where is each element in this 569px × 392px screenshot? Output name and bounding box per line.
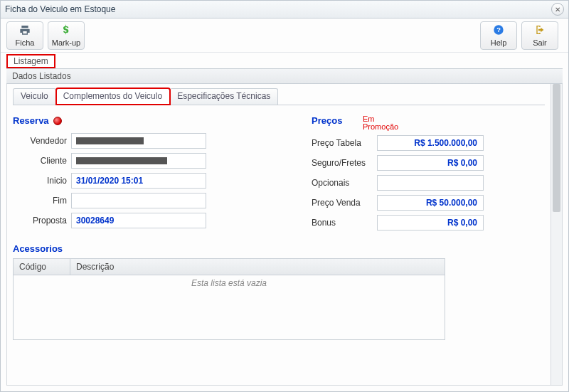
tab-especificacoes-label: Especificações Técnicas xyxy=(177,91,270,101)
value-proposta: 30028649 xyxy=(76,216,114,226)
exit-icon xyxy=(534,24,546,37)
tabstrip: Veiculo Complementos do Veiculo Especifi… xyxy=(13,88,545,105)
tab-veiculo[interactable]: Veiculo xyxy=(13,88,56,105)
help-button[interactable]: ? Help xyxy=(480,21,517,50)
help-icon: ? xyxy=(493,24,504,37)
row-vendedor: Vendedor xyxy=(13,133,290,149)
row-proposta: Proposta 30028649 xyxy=(13,213,290,228)
titlebar: Ficha do Veiculo em Estoque ✕ xyxy=(1,1,568,18)
acessorios-title: Acessorios xyxy=(13,243,545,254)
label-fim: Fim xyxy=(13,196,71,206)
dollar-icon xyxy=(60,24,72,37)
row-seguro: Seguro/Fretes R$ 0,00 xyxy=(312,155,545,171)
nav-row: Listagem xyxy=(1,53,568,68)
row-inicio: Inicio 31/01/2020 15:01 xyxy=(13,173,290,189)
vertical-scrollbar[interactable] xyxy=(551,84,562,385)
help-label: Help xyxy=(491,38,507,47)
input-inicio[interactable]: 31/01/2020 15:01 xyxy=(71,173,206,189)
value-bonus[interactable]: R$ 0,00 xyxy=(377,215,484,231)
tab-especificacoes[interactable]: Especificações Técnicas xyxy=(170,88,278,105)
label-preco-venda: Preço Venda xyxy=(312,198,377,208)
label-vendedor: Vendedor xyxy=(13,136,71,146)
acessorios-grid: Código Descrição Esta lista está vazia xyxy=(13,258,445,340)
close-icon: ✕ xyxy=(555,6,560,14)
svg-text:?: ? xyxy=(496,26,501,33)
input-cliente[interactable] xyxy=(71,153,206,169)
close-button[interactable]: ✕ xyxy=(551,3,564,16)
input-vendedor[interactable] xyxy=(71,133,206,149)
tab-veiculo-label: Veiculo xyxy=(21,91,48,101)
value-preco-venda[interactable]: R$ 50.000,00 xyxy=(377,195,484,211)
row-preco-tabela: Preço Tabela R$ 1.500.000,00 xyxy=(312,135,545,151)
precos-title-text: Preços xyxy=(312,115,342,126)
text-bonus: R$ 0,00 xyxy=(447,218,477,228)
label-cliente: Cliente xyxy=(13,156,71,166)
reserva-title-text: Reserva xyxy=(13,115,49,126)
label-opcionais: Opcionais xyxy=(312,178,377,188)
app-window: Ficha do Veiculo em Estoque ✕ Ficha Mark… xyxy=(0,0,569,392)
ficha-label: Ficha xyxy=(16,38,35,47)
section-dados-listados-label: Dados Listados xyxy=(12,71,71,81)
col-descricao[interactable]: Descrição xyxy=(70,259,445,275)
value-opcionais[interactable] xyxy=(377,175,484,191)
toolbar: Ficha Mark-up ? Help Sair xyxy=(1,18,568,53)
value-inicio: 31/01/2020 15:01 xyxy=(76,176,143,186)
tab-complementos-label: Complementos do Veiculo xyxy=(63,91,162,101)
markup-label: Mark-up xyxy=(52,38,80,47)
label-proposta: Proposta xyxy=(13,216,71,226)
text-preco-venda: R$ 50.000,00 xyxy=(426,198,477,208)
col-precos: Preços Em Promoção Preço Tabela R$ 1.500… xyxy=(290,115,545,235)
input-proposta[interactable]: 30028649 xyxy=(71,213,206,228)
section-dados-listados: Dados Listados xyxy=(6,68,563,84)
status-dot-icon xyxy=(53,117,62,125)
ficha-button[interactable]: Ficha xyxy=(6,21,43,50)
label-inicio: Inicio xyxy=(13,176,71,186)
content-wrap: Veiculo Complementos do Veiculo Especifi… xyxy=(6,84,563,386)
value-seguro[interactable]: R$ 0,00 xyxy=(377,155,484,171)
row-preco-venda: Preço Venda R$ 50.000,00 xyxy=(312,195,545,211)
label-preco-tabela: Preço Tabela xyxy=(312,138,377,148)
body-columns: Reserva Vendedor Cliente Inicio 31/01/20… xyxy=(13,115,545,235)
promo-badge: Em Promoção xyxy=(363,115,405,131)
col-reserva: Reserva Vendedor Cliente Inicio 31/01/20… xyxy=(13,115,290,235)
tab-listagem[interactable]: Listagem xyxy=(6,54,55,68)
input-fim[interactable] xyxy=(71,193,206,208)
sair-button[interactable]: Sair xyxy=(521,21,558,50)
tab-listagem-label: Listagem xyxy=(14,56,48,66)
printer-icon xyxy=(19,24,31,37)
text-preco-tabela: R$ 1.500.000,00 xyxy=(414,138,477,148)
sair-label: Sair xyxy=(533,38,547,47)
markup-button[interactable]: Mark-up xyxy=(48,21,85,50)
row-cliente: Cliente xyxy=(13,153,290,169)
window-title: Ficha do Veiculo em Estoque xyxy=(5,4,551,14)
row-bonus: Bonus R$ 0,00 xyxy=(312,215,545,231)
precos-title: Preços xyxy=(312,115,363,126)
label-bonus: Bonus xyxy=(312,218,377,228)
grid-header: Código Descrição xyxy=(14,259,445,275)
grid-empty-message: Esta lista está vazia xyxy=(191,275,267,288)
text-seguro: R$ 0,00 xyxy=(447,158,477,168)
col-codigo[interactable]: Código xyxy=(14,259,70,275)
content: Veiculo Complementos do Veiculo Especifi… xyxy=(7,84,551,385)
row-opcionais: Opcionais xyxy=(312,175,545,191)
value-preco-tabela[interactable]: R$ 1.500.000,00 xyxy=(377,135,484,151)
acessorios-section: Acessorios Código Descrição Esta lista e… xyxy=(13,243,545,340)
tab-complementos[interactable]: Complementos do Veiculo xyxy=(56,88,170,105)
grid-body: Esta lista está vazia xyxy=(14,275,445,339)
scrollbar-thumb[interactable] xyxy=(553,84,560,212)
reserva-title: Reserva xyxy=(13,115,290,126)
row-fim: Fim xyxy=(13,193,290,208)
label-seguro: Seguro/Fretes xyxy=(312,158,377,168)
